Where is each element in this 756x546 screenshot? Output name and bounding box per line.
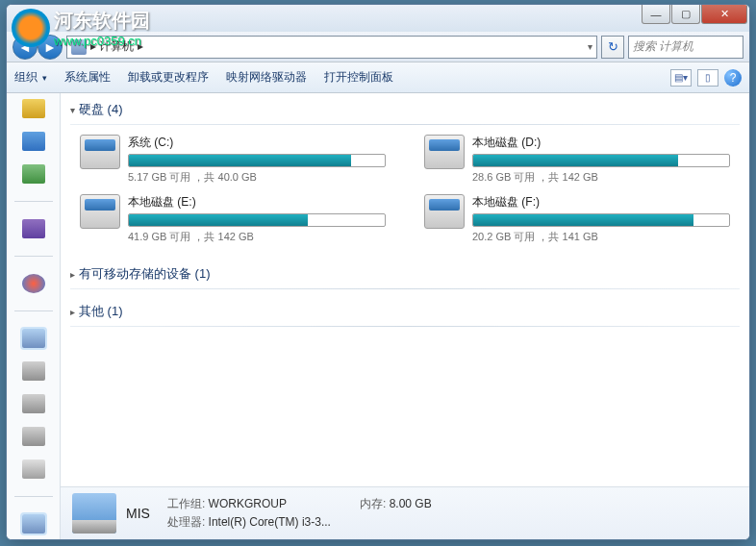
- content-area: 硬盘 (4) 系统 (C:)5.17 GB 可用 ，共 40.0 GB本地磁盘 …: [7, 93, 749, 539]
- refresh-button[interactable]: ↻: [601, 36, 624, 59]
- drive-label: 本地磁盘 (E:): [128, 194, 386, 211]
- uninstall-programs-button[interactable]: 卸载或更改程序: [128, 69, 209, 86]
- drive-icon: [424, 194, 465, 229]
- section-divider: [70, 288, 740, 289]
- drive-item[interactable]: 本地磁盘 (E:)41.9 GB 可用 ，共 142 GB: [80, 194, 386, 244]
- help-button[interactable]: ?: [724, 69, 742, 87]
- search-input[interactable]: 搜索 计算机: [628, 36, 743, 59]
- system-properties-button[interactable]: 系统属性: [64, 69, 111, 86]
- cpu-key: 处理器:: [167, 515, 205, 529]
- drive-label: 系统 (C:): [128, 135, 386, 151]
- breadcrumb: ▸ 计算机 ▸: [90, 38, 143, 55]
- main-pane: 硬盘 (4) 系统 (C:)5.17 GB 可用 ，共 40.0 GB本地磁盘 …: [61, 93, 749, 539]
- sidebar-item-libraries[interactable]: [22, 219, 45, 238]
- dropdown-icon[interactable]: ▾: [588, 41, 592, 52]
- map-drive-button[interactable]: 映射网络驱动器: [226, 69, 307, 86]
- search-placeholder: 搜索 计算机: [633, 38, 693, 55]
- cpu-value: Intel(R) Core(TM) i3-3...: [209, 515, 331, 529]
- section-drives-label: 硬盘 (4): [79, 101, 123, 118]
- computer-large-icon: [72, 493, 116, 534]
- drive-icon: [80, 135, 120, 169]
- sidebar-item-folder[interactable]: [22, 99, 45, 118]
- maximize-button[interactable]: ▢: [671, 5, 700, 24]
- section-divider: [70, 124, 740, 125]
- sidebar-item-network[interactable]: [22, 514, 45, 534]
- view-icons-button[interactable]: ▤▾: [670, 69, 692, 87]
- preview-pane-button[interactable]: ▯: [697, 69, 718, 87]
- minimize-button[interactable]: —: [642, 5, 670, 24]
- memory-value: 8.00 GB: [390, 497, 432, 510]
- drive-item[interactable]: 本地磁盘 (F:)20.2 GB 可用 ，共 141 GB: [424, 194, 730, 244]
- explorer-window: — ▢ ✕ ◄ ► ▸ 计算机 ▸ ▾ ↻ 搜索 计算机 组织 系统属性 卸载或…: [6, 4, 750, 540]
- nav-back-button[interactable]: ◄: [13, 35, 38, 60]
- organize-menu[interactable]: 组织: [14, 69, 47, 86]
- memory-key: 内存:: [360, 497, 386, 510]
- address-bar[interactable]: ▸ 计算机 ▸ ▾: [66, 36, 597, 59]
- drive-label: 本地磁盘 (F:): [472, 194, 730, 211]
- sidebar-item-drive[interactable]: [22, 361, 45, 381]
- drive-capacity-bar: [128, 213, 386, 227]
- drive-icon: [424, 135, 465, 169]
- toolbar: 组织 系统属性 卸载或更改程序 映射网络驱动器 打开控制面板 ▤▾ ▯ ?: [7, 62, 749, 93]
- details-name: MIS: [126, 506, 150, 521]
- drive-icon: [80, 194, 120, 229]
- drive-label: 本地磁盘 (D:): [472, 135, 730, 151]
- section-other-label: 其他 (1): [79, 303, 123, 320]
- drive-item[interactable]: 本地磁盘 (D:)28.6 GB 可用 ，共 142 GB: [424, 135, 730, 185]
- drive-capacity-bar: [128, 154, 386, 167]
- details-pane: MIS 工作组: WORKGROUP 处理器: Intel(R) Core(TM…: [61, 486, 749, 539]
- close-button[interactable]: ✕: [701, 5, 747, 24]
- sidebar: [7, 93, 61, 539]
- titlebar: — ▢ ✕: [7, 5, 749, 32]
- sidebar-separator: [14, 256, 53, 257]
- drive-free-text: 5.17 GB 可用 ，共 40.0 GB: [128, 170, 386, 185]
- drive-capacity-bar: [472, 154, 730, 167]
- drive-free-text: 41.9 GB 可用 ，共 142 GB: [128, 230, 386, 244]
- sidebar-separator: [14, 310, 53, 311]
- sidebar-item-desktop[interactable]: [22, 132, 45, 151]
- drive-free-text: 28.6 GB 可用 ，共 142 GB: [472, 170, 730, 185]
- section-other[interactable]: 其他 (1): [61, 295, 749, 326]
- section-divider: [70, 326, 740, 327]
- nav-forward-button[interactable]: ►: [38, 35, 63, 60]
- workgroup-key: 工作组:: [167, 497, 205, 510]
- section-removable-label: 有可移动存储的设备 (1): [79, 265, 211, 283]
- drive-capacity-bar: [472, 213, 730, 227]
- workgroup-value: WORKGROUP: [209, 497, 287, 510]
- nav-bar: ◄ ► ▸ 计算机 ▸ ▾ ↻ 搜索 计算机: [7, 32, 749, 62]
- sidebar-item-drive[interactable]: [22, 427, 45, 446]
- drives-grid: 系统 (C:)5.17 GB 可用 ，共 40.0 GB本地磁盘 (D:)28.…: [61, 131, 749, 258]
- control-panel-button[interactable]: 打开控制面板: [324, 69, 393, 86]
- sidebar-separator: [14, 496, 53, 497]
- section-removable[interactable]: 有可移动存储的设备 (1): [61, 258, 749, 288]
- section-drives[interactable]: 硬盘 (4): [61, 93, 749, 124]
- sidebar-item-drive[interactable]: [22, 394, 45, 413]
- computer-icon: [71, 39, 87, 55]
- drive-item[interactable]: 系统 (C:)5.17 GB 可用 ，共 40.0 GB: [80, 135, 386, 185]
- sidebar-item-homegroup[interactable]: [22, 274, 45, 293]
- sidebar-item-downloads[interactable]: [22, 164, 45, 184]
- sidebar-item-computer[interactable]: [22, 329, 45, 348]
- sidebar-separator: [14, 201, 53, 202]
- drive-free-text: 20.2 GB 可用 ，共 141 GB: [472, 230, 730, 244]
- sidebar-item-drive[interactable]: [22, 459, 45, 479]
